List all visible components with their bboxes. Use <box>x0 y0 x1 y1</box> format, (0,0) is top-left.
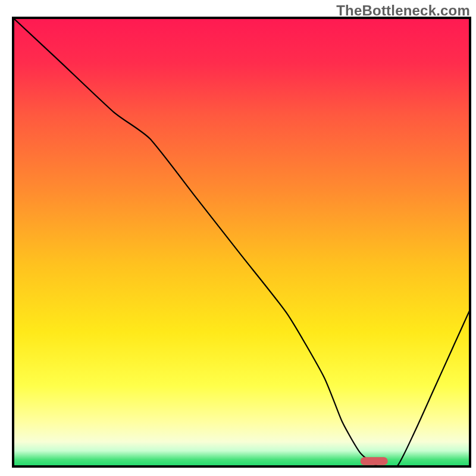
optimal-marker <box>361 457 388 465</box>
gradient-background <box>13 18 470 466</box>
bottleneck-chart <box>0 0 476 476</box>
plot-area <box>13 18 470 468</box>
chart-container: TheBottleneck.com <box>0 0 476 476</box>
